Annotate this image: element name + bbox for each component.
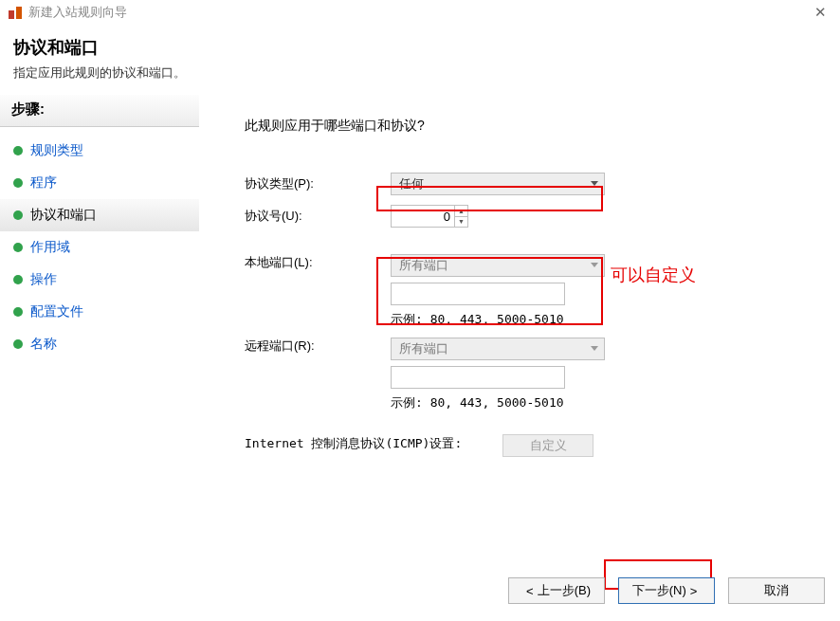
bullet-icon <box>13 275 23 284</box>
select-value: 所有端口 <box>399 340 448 357</box>
bullet-icon <box>13 307 23 317</box>
wizard-main: 此规则应用于哪些端口和协议? 协议类型(P): 任何 协议号(U): 0 ▲ ▼… <box>199 95 840 607</box>
step-action[interactable]: 操作 <box>0 264 199 296</box>
select-protocol-type[interactable]: 任何 <box>391 173 605 195</box>
bullet-icon <box>13 339 23 349</box>
wizard-footer: < 上一步(B) 下一步(N) > 取消 <box>508 577 825 604</box>
select-remote-port[interactable]: 所有端口 <box>391 338 605 360</box>
label-local-port: 本地端口(L): <box>245 254 391 271</box>
page-subtitle: 指定应用此规则的协议和端口。 <box>13 64 827 82</box>
bullet-icon <box>13 243 23 252</box>
spinner[interactable]: ▲ ▼ <box>454 206 467 227</box>
example-local-port: 示例: 80, 443, 5000-5010 <box>391 311 605 328</box>
bullet-icon <box>13 210 23 220</box>
example-remote-port: 示例: 80, 443, 5000-5010 <box>391 394 605 411</box>
wizard-header: 协议和端口 指定应用此规则的协议和端口。 <box>0 25 840 95</box>
input-local-port-specific[interactable] <box>391 283 565 305</box>
back-button[interactable]: < 上一步(B) <box>508 577 605 604</box>
cancel-button[interactable]: 取消 <box>728 577 825 604</box>
chevron-down-icon <box>591 181 598 187</box>
sidebar-title: 步骤: <box>0 95 199 127</box>
label-protocol-number: 协议号(U): <box>245 208 391 225</box>
window-title: 新建入站规则向导 <box>28 4 809 21</box>
label-icmp: Internet 控制消息协议(ICMP)设置: <box>245 434 502 453</box>
step-protocol-ports[interactable]: 协议和端口 <box>0 199 199 231</box>
select-local-port[interactable]: 所有端口 <box>391 254 605 277</box>
svg-rect-1 <box>16 7 22 19</box>
chevron-down-icon <box>591 346 598 352</box>
button-icmp-customize: 自定义 <box>502 434 593 457</box>
step-rule-type[interactable]: 规则类型 <box>0 135 199 167</box>
spin-up-icon[interactable]: ▲ <box>454 206 467 217</box>
bullet-icon <box>13 178 23 188</box>
annotation-text: 可以自定义 <box>611 264 696 286</box>
page-title: 协议和端口 <box>13 36 827 59</box>
next-button[interactable]: 下一步(N) > <box>618 577 715 604</box>
step-program[interactable]: 程序 <box>0 167 199 199</box>
chevron-right-icon: > <box>690 584 698 598</box>
row-protocol-type: 协议类型(P): 任何 <box>245 173 813 195</box>
step-scope[interactable]: 作用域 <box>0 231 199 264</box>
step-profile[interactable]: 配置文件 <box>0 296 199 328</box>
label-remote-port: 远程端口(R): <box>245 338 391 355</box>
wizard-steps: 规则类型 程序 协议和端口 作用域 操作 配置文件 名称 <box>0 127 199 360</box>
select-value: 所有端口 <box>399 257 448 274</box>
row-local-port: 本地端口(L): 所有端口 示例: 80, 443, 5000-5010 <box>245 254 813 328</box>
number-value: 0 <box>444 210 450 224</box>
app-icon <box>8 5 23 20</box>
step-name[interactable]: 名称 <box>0 328 199 360</box>
label-protocol-type: 协议类型(P): <box>245 175 391 192</box>
svg-rect-0 <box>9 10 14 19</box>
spin-down-icon[interactable]: ▼ <box>454 217 467 228</box>
close-icon[interactable]: ✕ <box>809 4 832 21</box>
chevron-down-icon <box>591 263 598 268</box>
input-protocol-number[interactable]: 0 ▲ ▼ <box>391 205 468 228</box>
select-value: 任何 <box>399 175 424 192</box>
titlebar: 新建入站规则向导 ✕ <box>0 0 840 25</box>
chevron-left-icon: < <box>526 584 534 598</box>
question-text: 此规则应用于哪些端口和协议? <box>245 118 813 135</box>
row-protocol-number: 协议号(U): 0 ▲ ▼ <box>245 205 813 228</box>
input-remote-port-specific[interactable] <box>391 366 565 389</box>
sidebar: 步骤: 规则类型 程序 协议和端口 作用域 操作 配置文件 名称 <box>0 95 199 607</box>
row-remote-port: 远程端口(R): 所有端口 示例: 80, 443, 5000-5010 <box>245 338 813 411</box>
bullet-icon <box>13 146 23 155</box>
row-icmp: Internet 控制消息协议(ICMP)设置: 自定义 <box>245 434 813 457</box>
